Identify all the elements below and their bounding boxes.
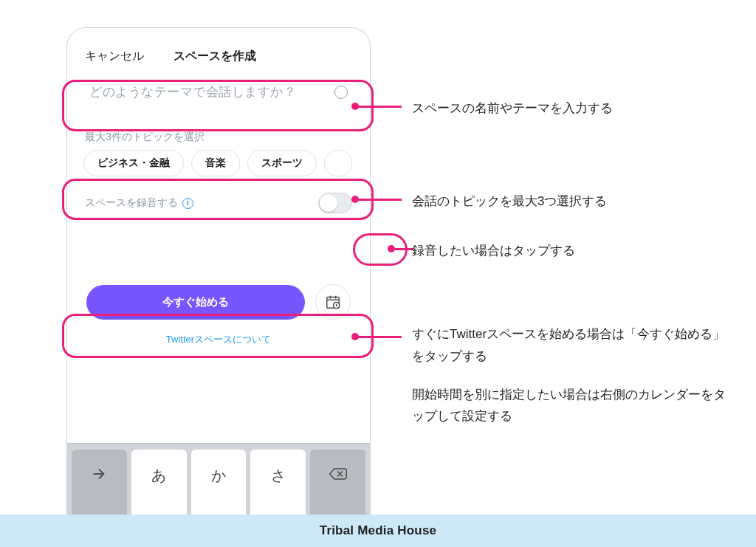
topic-chip-row: ビジネス・金融 音楽 スポーツ: [83, 150, 355, 176]
modal-header: キャンセル スペースを作成: [67, 28, 370, 78]
lead-line-2: [355, 199, 402, 201]
cancel-button[interactable]: キャンセル: [85, 49, 144, 64]
key-ka[interactable]: か: [191, 450, 247, 515]
callout-4a: すぐにTwitterスペースを始める場合は「今すぐ始める」をタップする: [412, 323, 729, 368]
calendar-clock-icon: [325, 294, 341, 310]
topic-section-label: 最大3件のトピックを選択: [85, 131, 352, 144]
highlight-1: [62, 80, 374, 131]
highlight-2: [62, 179, 374, 220]
keyboard: あ か さ: [67, 443, 370, 515]
key-a[interactable]: あ: [131, 450, 187, 515]
callout-2: 会話のトピックを最大3つ選択する: [412, 190, 607, 213]
chevron-right-icon: [91, 466, 107, 482]
topic-chip-business[interactable]: ビジネス・金融: [83, 150, 184, 176]
highlight-4: [62, 314, 374, 358]
lead-line-1: [355, 106, 402, 108]
callout-4: すぐにTwitterスペースを始める場合は「今すぐ始める」をタップする 開始時間…: [412, 323, 729, 427]
backspace-icon: [329, 466, 348, 482]
lead-line-3: [391, 248, 413, 250]
topic-chip-music[interactable]: 音楽: [191, 150, 240, 176]
callout-1: スペースの名前やテーマを入力する: [412, 97, 613, 120]
lead-line-4: [355, 336, 402, 338]
callout-3: 録音したい場合はタップする: [412, 240, 575, 262]
footer-brand: Tribal Media House: [0, 515, 756, 547]
key-sa[interactable]: さ: [250, 450, 306, 515]
callout-4b: 開始時間を別に指定したい場合は右側のカレンダーをタップして設定する: [412, 384, 729, 428]
key-arrow[interactable]: [72, 450, 127, 515]
key-backspace[interactable]: [310, 450, 365, 515]
topic-chip-more[interactable]: [324, 150, 352, 176]
topic-chip-sports[interactable]: スポーツ: [247, 150, 317, 176]
modal-title: スペースを作成: [173, 49, 256, 64]
